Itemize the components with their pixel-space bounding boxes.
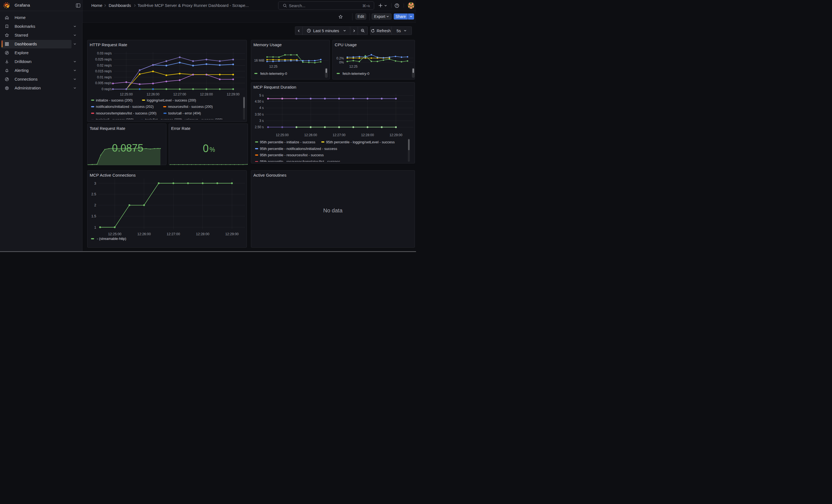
svg-text:12:25: 12:25 — [269, 65, 277, 69]
svg-text:0.2%: 0.2% — [336, 56, 344, 60]
svg-text:1: 1 — [94, 226, 96, 230]
svg-text:0.005 req/s: 0.005 req/s — [95, 81, 112, 85]
svg-text:2.50 s: 2.50 s — [255, 125, 264, 129]
svg-text:0 req/s: 0 req/s — [102, 87, 112, 91]
svg-text:0.03 req/s: 0.03 req/s — [97, 51, 112, 55]
svg-text:notifications/initialized - su: notifications/initialized - success (202… — [96, 105, 154, 109]
svg-text:0: 0 — [203, 142, 209, 154]
svg-text:2: 2 — [94, 203, 96, 207]
svg-text:initialize - success (200): initialize - success (200) — [96, 99, 133, 102]
svg-text:12:25: 12:25 — [349, 65, 357, 69]
svg-text:12:26:00: 12:26:00 — [137, 232, 151, 236]
svg-text:4 s: 4 s — [259, 106, 264, 110]
svg-text:12:28:00: 12:28:00 — [361, 133, 374, 137]
svg-text:5 s: 5 s — [259, 94, 264, 97]
svg-text:16 MiB: 16 MiB — [254, 59, 264, 62]
svg-text:12:29:00: 12:29:00 — [225, 232, 239, 236]
svg-text:?: ? — [396, 4, 397, 7]
svg-text:resources/list - success (200): resources/list - success (200) — [168, 105, 213, 109]
svg-text:95th percentile - resources/li: 95th percentile - resources/list - succe… — [260, 153, 324, 157]
svg-text:3 s: 3 s — [259, 119, 264, 123]
svg-text:95th percentile - initialize -: 95th percentile - initialize - success — [260, 140, 316, 144]
svg-text:1.5: 1.5 — [92, 214, 96, 218]
svg-text:0.01 req/s: 0.01 req/s — [97, 75, 112, 79]
svg-text:tools/call - success (200): tools/call - success (200) — [96, 118, 134, 122]
svg-text:12:28:00: 12:28:00 — [200, 92, 213, 96]
svg-text:12:27:00: 12:27:00 — [167, 232, 180, 236]
svg-text:0.02 req/s: 0.02 req/s — [97, 63, 112, 68]
svg-text:resources/templates/list - suc: resources/templates/list - success (200) — [96, 111, 157, 115]
svg-text:12:25:00: 12:25:00 — [276, 133, 289, 137]
svg-text:0.015 req/s: 0.015 req/s — [95, 69, 112, 73]
svg-text:95th percentile - logging/setL: 95th percentile - logging/setLevel - suc… — [326, 140, 395, 144]
svg-text:3: 3 — [94, 182, 96, 185]
svg-text:unknown - success (200): unknown - success (200) — [185, 118, 223, 122]
svg-text:tools/call - error (404): tools/call - error (404) — [168, 111, 201, 115]
svg-text:95th percentile - resources/te: 95th percentile - resources/templates/li… — [260, 160, 340, 164]
svg-text:12:25:00: 12:25:00 — [120, 92, 133, 96]
svg-text:12:27:00: 12:27:00 — [173, 92, 186, 96]
svg-text:0.0875: 0.0875 — [112, 142, 144, 154]
svg-text:12:26:00: 12:26:00 — [147, 92, 160, 96]
svg-text:0%: 0% — [339, 60, 344, 64]
svg-text:12:26:00: 12:26:00 — [304, 133, 317, 137]
svg-text:95th percentile - notification: 95th percentile - notifications/initiali… — [260, 147, 338, 151]
svg-text:logging/setLevel - success (20: logging/setLevel - success (200) — [147, 99, 196, 102]
svg-text:12:29:00: 12:29:00 — [390, 133, 402, 137]
svg-text:fetch-telemetry-0: fetch-telemetry-0 — [260, 72, 287, 76]
svg-text:12:27:00: 12:27:00 — [333, 133, 345, 137]
svg-text:0.025 req/s: 0.025 req/s — [95, 57, 112, 61]
svg-text:12:25:00: 12:25:00 — [108, 232, 122, 236]
svg-text:2.5: 2.5 — [92, 192, 96, 196]
svg-text:- (streamable-http): - (streamable-http) — [97, 237, 126, 241]
svg-text:4.50 s: 4.50 s — [255, 100, 264, 103]
svg-text:12:28:00: 12:28:00 — [196, 232, 209, 236]
svg-text:12:29:00: 12:29:00 — [227, 92, 240, 96]
svg-text:%: % — [210, 146, 215, 153]
svg-text:tools/list - success (200): tools/list - success (200) — [145, 118, 182, 122]
svg-text:fetch-telemetry-0: fetch-telemetry-0 — [342, 72, 369, 76]
svg-text:3.50 s: 3.50 s — [255, 112, 264, 116]
